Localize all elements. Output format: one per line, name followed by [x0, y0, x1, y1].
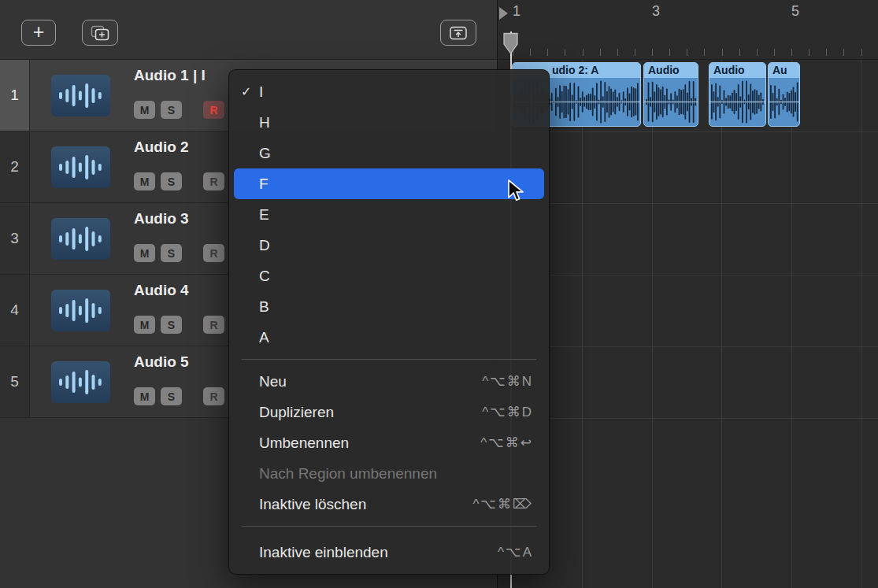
menu-item-label: A — [259, 329, 269, 346]
menu-item[interactable]: ✓ I — [234, 76, 544, 107]
solo-button[interactable]: S — [161, 387, 182, 405]
ruler-tick — [635, 49, 635, 56]
ruler-tick — [687, 49, 687, 56]
menu-action-group: Neu ^⌥⌘N Duplizieren ^⌥⌘D Umbenennen ^⌥⌘… — [229, 366, 549, 520]
menu-letter-group: ✓ I H G F E D C B A — [229, 76, 549, 353]
track-name[interactable]: Audio 2 — [134, 139, 189, 156]
add-track-button[interactable]: + — [21, 20, 56, 46]
record-button[interactable]: R — [203, 101, 224, 119]
menu-item[interactable]: A — [234, 322, 544, 353]
bar-ruler[interactable]: 135 — [498, 0, 878, 60]
track-waveform-icon[interactable] — [51, 290, 110, 331]
track-waveform-icon[interactable] — [51, 218, 110, 260]
ruler-tick — [722, 49, 723, 56]
menu-item-label: D — [259, 237, 270, 254]
mouse-cursor — [507, 179, 526, 205]
track-context-menu: ✓ I H G F E D C B A Neu ^⌥⌘N — [228, 69, 550, 575]
mute-button[interactable]: M — [134, 244, 155, 262]
mute-button[interactable]: M — [134, 172, 155, 190]
duplicate-track-icon — [91, 25, 109, 41]
menu-item[interactable]: D — [234, 230, 544, 261]
menu-item-label: G — [259, 145, 271, 162]
menu-item[interactable]: B — [234, 291, 544, 322]
duplicate-track-button[interactable] — [82, 20, 118, 46]
menu-item-label: Inaktive einblenden — [259, 544, 388, 561]
track-name[interactable]: Audio 1 | I — [134, 67, 206, 84]
track-name[interactable]: Audio 5 — [134, 353, 189, 371]
ruler-tick — [617, 49, 618, 56]
ruler-tick — [669, 49, 670, 56]
menu-item[interactable]: Inaktive löschen ^⌥⌘⌦ — [234, 489, 544, 520]
solo-button[interactable]: S — [161, 101, 182, 119]
bar-number: 3 — [652, 3, 660, 20]
region-waveform — [709, 78, 765, 126]
record-button[interactable]: R — [203, 172, 224, 190]
solo-button[interactable]: S — [161, 316, 182, 334]
track-display-options-button[interactable] — [440, 20, 476, 46]
audio-region[interactable]: Audio — [643, 62, 698, 127]
menu-item-shortcut: ^⌥A — [498, 544, 533, 560]
menu-item[interactable]: Nach Region umbenennen — [234, 458, 544, 489]
track-number: 2 — [0, 131, 30, 202]
track-waveform-icon[interactable] — [51, 146, 110, 188]
track-waveform-icon[interactable] — [51, 361, 110, 403]
menu-item-label: Duplizieren — [259, 404, 334, 421]
ruler-tick — [600, 49, 601, 56]
region-waveform — [769, 78, 799, 126]
menu-item[interactable]: E — [234, 199, 544, 230]
bar-number: 5 — [791, 3, 799, 20]
menu-separator — [242, 526, 536, 527]
menu-footer-group: Inaktive einblenden ^⌥A — [229, 537, 549, 568]
menu-item[interactable]: Duplizieren ^⌥⌘D — [234, 397, 544, 427]
track-toolbar: + — [0, 0, 497, 60]
ruler-tick — [861, 49, 862, 56]
menu-item-label: Nach Region umbenennen — [259, 465, 437, 483]
track-waveform-icon[interactable] — [51, 75, 110, 116]
menu-item[interactable]: Inaktive einblenden ^⌥A — [234, 537, 544, 568]
menu-item-label: I — [259, 83, 263, 101]
menu-item-label: E — [259, 206, 269, 224]
menu-item-label: Inaktive löschen — [259, 496, 366, 513]
playhead-marker[interactable] — [502, 32, 519, 56]
record-button[interactable]: R — [203, 316, 224, 334]
menu-item-label: Neu — [259, 373, 287, 390]
menu-item-shortcut: ^⌥⌘N — [482, 373, 533, 390]
mute-button[interactable]: M — [134, 316, 155, 334]
ruler-tick — [530, 49, 531, 56]
solo-button[interactable]: S — [161, 244, 182, 262]
menu-item[interactable]: Umbenennen ^⌥⌘↩ — [234, 427, 544, 458]
menu-item[interactable]: G — [234, 138, 544, 168]
track-name[interactable]: Audio 3 — [134, 210, 189, 227]
ruler-tick — [652, 49, 653, 56]
region-name: Audio — [644, 63, 698, 78]
logic-pro-window: + 1 Audio 1 | I M S R — [0, 0, 878, 588]
ruler-tick — [843, 49, 844, 56]
bar-grid-line — [652, 60, 653, 588]
menu-item[interactable]: Neu ^⌥⌘N — [234, 366, 544, 397]
track-name[interactable]: Audio 4 — [134, 282, 189, 299]
ruler-tick — [809, 49, 809, 56]
record-button[interactable]: R — [203, 244, 224, 262]
menu-item-shortcut: ^⌥⌘⌦ — [472, 496, 533, 512]
menu-item[interactable]: C — [234, 261, 544, 291]
record-button[interactable]: R — [203, 387, 224, 405]
ruler-tick — [547, 49, 548, 56]
bar-number: 1 — [513, 3, 521, 20]
menu-item[interactable]: H — [234, 107, 544, 138]
region-name: Au — [769, 63, 799, 78]
region-waveform — [644, 78, 698, 126]
mute-button[interactable]: M — [134, 101, 155, 119]
menu-item-label: B — [259, 298, 269, 316]
audio-region[interactable]: Audio — [709, 62, 766, 127]
menu-item-label: C — [259, 268, 270, 285]
menu-item-label: H — [259, 114, 270, 131]
mute-button[interactable]: M — [134, 387, 155, 405]
lane-divider-line — [498, 203, 878, 204]
menu-item-label: F — [259, 176, 269, 193]
track-number: 1 — [0, 60, 30, 131]
ruler-tick — [739, 49, 740, 56]
menu-item[interactable]: F — [234, 168, 544, 199]
lane-divider-line — [498, 275, 878, 276]
audio-region[interactable]: Au — [768, 62, 800, 127]
solo-button[interactable]: S — [161, 172, 182, 190]
